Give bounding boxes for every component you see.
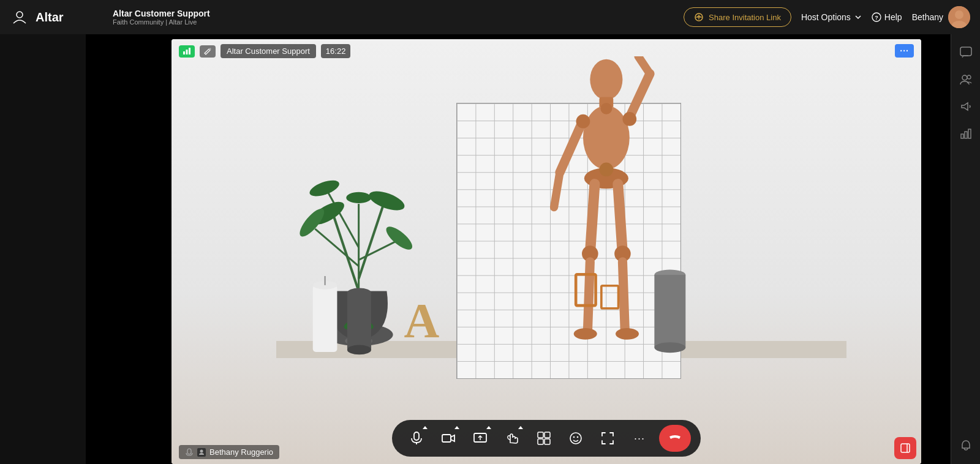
svg-line-37 xyxy=(590,184,595,253)
mic-small-icon xyxy=(185,448,194,457)
svg-point-45 xyxy=(600,103,612,114)
svg-text:?: ? xyxy=(875,15,878,21)
svg-rect-68 xyxy=(538,432,543,438)
reactions-button[interactable] xyxy=(561,425,590,452)
svg-rect-61 xyxy=(187,449,191,454)
analytics-badge[interactable] xyxy=(179,45,195,58)
svg-point-27 xyxy=(590,59,622,99)
share-invitation-button[interactable]: Share Invitation Link xyxy=(684,7,791,27)
svg-point-17 xyxy=(367,187,407,214)
presenter-label: Bethany Ruggerio xyxy=(179,445,279,459)
host-options-button[interactable]: Host Options xyxy=(801,12,862,22)
logo-area: Altar xyxy=(10,7,108,27)
share-screen-icon xyxy=(473,432,487,445)
sidebar-poll-button[interactable] xyxy=(955,122,977,144)
sidebar-participants-button[interactable] xyxy=(955,69,977,91)
mic-button[interactable] xyxy=(402,425,431,452)
sidebar-notification-button[interactable] xyxy=(955,435,977,457)
svg-point-73 xyxy=(573,436,575,438)
svg-rect-80 xyxy=(961,134,963,138)
dark-cylinder xyxy=(344,282,374,358)
chat-icon xyxy=(960,47,972,59)
help-label: Help xyxy=(884,12,902,22)
user-avatar-area[interactable]: Bethany xyxy=(912,6,970,28)
share-screen-button[interactable] xyxy=(466,425,495,452)
sidebar-chat-button[interactable] xyxy=(955,42,977,64)
end-call-icon xyxy=(668,432,682,445)
svg-rect-75 xyxy=(901,444,910,452)
cylinder-vase xyxy=(644,264,696,358)
controls-toolbar: ··· xyxy=(392,420,701,457)
video-container: A xyxy=(86,34,951,464)
svg-line-31 xyxy=(630,73,650,117)
stream-name-label: Altar Customer Support xyxy=(221,44,316,58)
orange-frame xyxy=(561,269,636,354)
white-candle xyxy=(306,273,344,358)
link-icon xyxy=(694,12,704,22)
svg-rect-63 xyxy=(414,432,419,440)
video-top-bar: Altar Customer Support 16:22 xyxy=(172,39,921,63)
stream-subtitle: Faith Community | Altar Live xyxy=(113,18,210,26)
svg-point-34 xyxy=(576,114,590,129)
presenter-icon xyxy=(197,448,206,457)
mic-icon xyxy=(410,432,423,445)
svg-line-35 xyxy=(554,172,560,207)
svg-rect-69 xyxy=(545,432,550,438)
svg-rect-65 xyxy=(442,435,451,442)
logo-text: Altar xyxy=(36,10,64,24)
end-call-button[interactable] xyxy=(659,425,691,452)
sidebar-announcement-button[interactable] xyxy=(955,95,977,118)
svg-rect-77 xyxy=(960,47,971,56)
host-options-label: Host Options xyxy=(801,12,851,22)
svg-rect-58 xyxy=(183,51,185,54)
svg-point-57 xyxy=(347,345,371,354)
left-sidebar xyxy=(0,34,86,464)
hand-up-arrow xyxy=(518,426,523,429)
share-btn-label: Share Invitation Link xyxy=(709,13,781,22)
mic-up-arrow xyxy=(423,426,428,429)
svg-point-32 xyxy=(622,112,636,126)
camera-up-arrow xyxy=(454,426,459,429)
svg-rect-50 xyxy=(655,275,686,348)
svg-point-46 xyxy=(600,162,614,176)
svg-line-30 xyxy=(560,120,583,172)
avatar xyxy=(948,6,970,28)
announcement-icon xyxy=(960,100,972,113)
right-sidebar xyxy=(951,34,980,464)
edit-badge[interactable] xyxy=(200,45,216,58)
layout-icon xyxy=(537,432,551,445)
svg-rect-81 xyxy=(965,132,967,138)
svg-point-62 xyxy=(200,449,203,452)
main-content: A xyxy=(0,34,980,464)
chevron-down-icon xyxy=(854,13,862,21)
scene-background: A xyxy=(172,39,921,464)
svg-rect-47 xyxy=(576,274,596,305)
svg-rect-52 xyxy=(313,285,337,352)
svg-line-13 xyxy=(359,241,396,260)
raise-hand-button[interactable] xyxy=(497,425,527,452)
participants-icon xyxy=(960,73,972,86)
share-up-arrow xyxy=(486,426,491,429)
header: Altar Altar Customer Support Faith Commu… xyxy=(0,0,980,34)
layout-button[interactable] xyxy=(529,425,559,452)
stream-time: 16:22 xyxy=(321,44,351,58)
video-more-options-button[interactable]: ··· xyxy=(895,44,914,58)
more-options-button[interactable]: ··· xyxy=(625,425,654,452)
expand-panel-button[interactable] xyxy=(894,437,916,459)
poll-icon xyxy=(960,127,972,140)
camera-button[interactable] xyxy=(434,425,463,452)
edit-icon xyxy=(203,47,212,56)
presenter-name: Bethany Ruggerio xyxy=(209,447,273,457)
svg-rect-59 xyxy=(186,50,188,54)
fullscreen-icon xyxy=(601,432,614,445)
help-button[interactable]: ? Help xyxy=(872,12,902,22)
svg-line-11 xyxy=(359,204,384,279)
video-area: A xyxy=(172,39,921,464)
svg-rect-56 xyxy=(347,293,371,350)
stream-title: Altar Customer Support xyxy=(113,9,210,18)
svg-point-20 xyxy=(308,178,342,200)
letter-a-decoration: A xyxy=(404,296,439,345)
fullscreen-button[interactable] xyxy=(593,425,622,452)
svg-rect-48 xyxy=(601,286,619,309)
svg-point-21 xyxy=(347,192,372,203)
